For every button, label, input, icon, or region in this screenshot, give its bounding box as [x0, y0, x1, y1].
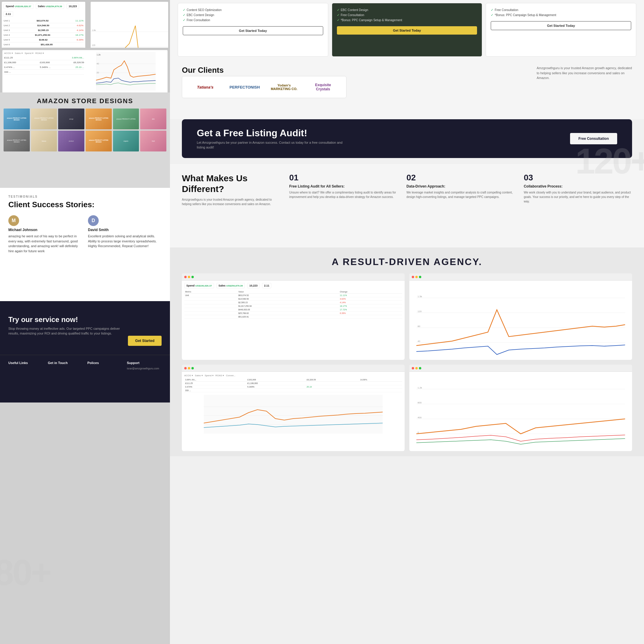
footer-col-contact: Get in Touch: [48, 361, 83, 371]
metric-sales: Sales US$254,879.39: [36, 4, 64, 9]
different-item-desc: We leverage market insights and competit…: [406, 190, 515, 199]
product-image: amazon PRODUCT LISTING IMAGES: [4, 109, 30, 129]
footer-col-title: Support: [127, 361, 162, 365]
get-started-button[interactable]: Get Started: [128, 336, 162, 346]
different-item-title: Collaborative Process:: [524, 184, 632, 188]
screenshot-content-3: ACOS ▾ Sales ▾ Spend ▾ ROAS ▾ Conver... …: [182, 372, 405, 451]
top-metrics-bar: Spend US$106,026.37 Sales US$254,879.39 …: [4, 4, 83, 17]
different-desc: Amzgrowthguru is your trusted Amazon gro…: [182, 197, 277, 206]
svg-rect-15: [417, 283, 625, 357]
different-item-num: 02: [406, 173, 515, 182]
client-logo-tatiana: Tatiana's: [188, 83, 222, 92]
different-right: 01 Free Listing Audit for All Sellers: U…: [289, 173, 632, 239]
dash2-row: £111.25 3.86% Att...: [4, 55, 84, 60]
analytics-top-bar: Spend US$106,026.37 Sales US$254,879.39 …: [184, 283, 402, 288]
screenshot-content-2: 1.5k 120 80 40: [409, 281, 632, 360]
analytics-spend: Spend US$106,026.37: [184, 283, 214, 288]
clients-left: Our Clients Tatiana's PERFECTONISH Yodam…: [182, 66, 346, 98]
result-line-chart: 1.5k 120 80 40: [412, 283, 630, 357]
clients-description-block: Amzgrowthguru is your trusted Amazon gro…: [528, 66, 632, 85]
screenshot-header: [182, 273, 405, 281]
testimonials-title: Client Success Stories:: [8, 200, 162, 209]
window-close-dot: [184, 367, 187, 369]
testimonial-item: D David Smith Excellent problem solving …: [88, 215, 162, 253]
dash2-content: ACOS ▾ Sales ▾ Spend ▾ ROAS ▾ £111.25 3.…: [4, 52, 166, 91]
testimonials-label: TESTIMONIALS: [8, 195, 162, 198]
audit-cta-title: Get a Free Listing Audit!: [197, 128, 570, 139]
dash2-row: £1,108,000 £163,906 £6,326.59: [4, 60, 84, 65]
audit-cta-desc: Let Amzgrowthguru be your partner in Ama…: [197, 140, 346, 150]
different-title: What Makes Us Different?: [182, 173, 277, 194]
window-maximize-dot: [191, 276, 194, 278]
footer-col-policies: Polices: [87, 361, 122, 371]
table-row: $25,768.62 6.39%: [184, 312, 402, 315]
pricing-section: ✓ Content SEO Optimization ✓ EBC Content…: [170, 0, 644, 60]
analytics-sales: Sales US$254,879.39: [216, 283, 245, 288]
testimonial-text: Excellent problem solving and analytical…: [88, 234, 162, 249]
pricing-cta-button-1[interactable]: Get Started Today: [183, 26, 323, 35]
left-panel: Spend US$106,026.37 Sales US$254,879.39 …: [0, 0, 170, 644]
dash2-chart-svg: 1.2k 40 20: [86, 52, 166, 91]
metric-row: Unit 1 $63,074.52 11.11%: [4, 18, 83, 23]
clients-description: Amzgrowthguru is your trusted Amazon gro…: [537, 66, 632, 81]
different-item-title: Data-Driven Approach:: [406, 184, 515, 188]
checkmark-icon: ✓: [183, 18, 185, 22]
product-image: amazon PRODUCT LISTING IMAGES: [31, 109, 57, 129]
feature-item: ✓ Free Consultation: [337, 13, 477, 18]
result-driven-section: A RESULT-DRIVEN AGENCY. Spend US$106,026…: [170, 247, 644, 456]
metric-row: Unit 5 $148.62 6.39%: [4, 38, 83, 42]
footer-col-title: Useful Links: [8, 361, 43, 365]
screenshot-content-4: 1.2k 800 400 0: [409, 372, 632, 451]
svg-text:40: 40: [97, 63, 99, 65]
audit-cta-button[interactable]: Free Consultation: [570, 133, 617, 144]
dashboard-second-inner: ACOS ▾ Sales ▾ Spend ▾ ROAS ▾ £111.25 3.…: [2, 50, 168, 93]
window-minimize-dot: [415, 276, 418, 278]
clients-section: Our Clients Tatiana's PERFECTONISH Yodam…: [170, 60, 644, 119]
avatar: D: [88, 215, 99, 226]
table-row: $1,817,250.94 18.17%: [184, 304, 402, 308]
analytics-acos: 2.11: [262, 283, 272, 288]
testimonials-section: TESTIMONIALS Client Success Stories: M M…: [0, 188, 170, 301]
feature-item: ✓ Free Consultation: [491, 7, 631, 13]
metric-row: Unit 2 $14,548.50 4.62%: [4, 23, 83, 28]
result-screenshot-1: Spend US$106,026.37 Sales US$254,879.39 …: [182, 273, 405, 360]
metric-row: Unit 3 $2,595.15 4.14%: [4, 28, 83, 33]
footer-col-support: Support israr@amzgrowthguru.com: [127, 361, 162, 371]
store-designs-title: AMAZON STORE DESIGNS: [37, 97, 133, 105]
svg-text:1.5k: 1.5k: [418, 295, 422, 298]
feature-item: ✓ *Bonus: PPC Campaign Setup & Managemen…: [491, 13, 631, 18]
dash2-table: ACOS ▾ Sales ▾ Spend ▾ ROAS ▾ £111.25 3.…: [4, 52, 84, 91]
different-item-num: 03: [524, 173, 632, 182]
window-minimize-dot: [188, 367, 190, 369]
pricing-cta-button-3[interactable]: Get Started Today: [491, 21, 631, 30]
pricing-cta-button-2[interactable]: Get Started Today: [337, 26, 477, 35]
result-screenshot-4: 1.2k 800 400 0: [409, 365, 632, 451]
pricing-features-1: ✓ Content SEO Optimization ✓ EBC Content…: [183, 7, 323, 23]
checkmark-icon: ✓: [183, 8, 185, 12]
table-row: 0.474% 5.349% 25.19: [184, 385, 402, 389]
result-screenshot-3: ACOS ▾ Sales ▾ Spend ▾ ROAS ▾ Conver... …: [182, 365, 405, 451]
screenshot-header: [409, 273, 632, 281]
metric-acos: 2.11: [4, 11, 13, 17]
clients-logos: Tatiana's PERFECTONISH Yodam's MARKETING…: [182, 76, 346, 98]
product-image: beauty: [31, 131, 57, 151]
feature-item: ✓ *Bonus: PPC Campaign Setup & Managemen…: [337, 18, 477, 23]
feature-item: ✓ EBC Content Design: [183, 13, 323, 18]
product-image: amzgr: [58, 109, 84, 129]
cta-bottom-section: Try our service now! Stop throwing money…: [0, 301, 170, 355]
different-section: What Makes Us Different? Amzgrowthguru i…: [170, 164, 644, 247]
footer-section: Useful Links Get in Touch Polices Suppor…: [0, 355, 170, 403]
footer-email: israr@amzgrowthguru.com: [127, 367, 162, 370]
table-row: $14,548.50 4.62%: [184, 297, 402, 301]
pricing-features-3: ✓ Free Consultation ✓ *Bonus: PPC Campai…: [491, 7, 631, 18]
svg-text:1.2k: 1.2k: [97, 54, 101, 56]
product-image: amazon PRODUCT LISTING IMAGES: [86, 109, 112, 129]
window-minimize-dot: [415, 367, 418, 369]
store-designs-section: AMAZON STORE DESIGNS amazon PRODUCT LIST…: [0, 92, 170, 188]
footer-col-title: Get in Touch: [48, 361, 83, 365]
different-left: What Makes Us Different? Amzgrowthguru i…: [182, 173, 277, 239]
checkmark-icon: ✓: [337, 18, 340, 22]
metric-orders: 10,223: [66, 4, 79, 9]
different-item-desc: We work closely with you to understand y…: [524, 190, 632, 204]
footer-col-title: Polices: [87, 361, 122, 365]
